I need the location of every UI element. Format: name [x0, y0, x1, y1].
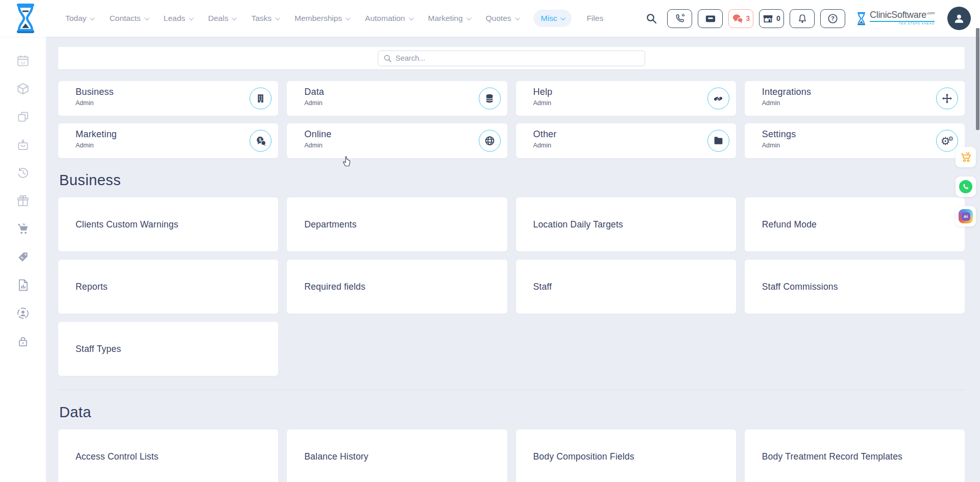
item-label: Required fields: [304, 282, 365, 292]
item-label: Departments: [304, 219, 356, 230]
nav-contacts[interactable]: Contacts: [108, 10, 149, 27]
nav-marketing[interactable]: Marketing: [427, 10, 471, 27]
search-input-icon: [383, 54, 392, 63]
category-card-settings[interactable]: Settings Admin ⚙⚙: [745, 123, 965, 158]
item-reports[interactable]: Reports: [58, 260, 278, 314]
ai-assistant-button[interactable]: AI: [955, 206, 976, 226]
account-icon[interactable]: [16, 307, 30, 320]
search-input[interactable]: [378, 50, 645, 66]
nav-quotes[interactable]: Quotes: [485, 10, 520, 27]
item-access-control-lists[interactable]: Access Control Lists: [58, 429, 278, 482]
nav-deals[interactable]: Deals: [207, 10, 237, 27]
phone-icon: [675, 13, 685, 23]
category-card-online[interactable]: Online Admin: [287, 123, 507, 158]
store-badge: 0: [776, 14, 780, 22]
nav-label: Tasks: [251, 14, 272, 23]
whatsapp-button[interactable]: [955, 176, 976, 197]
building-icon: [250, 88, 272, 110]
category-subtitle: Admin: [533, 142, 700, 149]
search-icon[interactable]: [646, 13, 657, 24]
clinicsoftware-brand[interactable]: ClinicSoftware.com TEN STEPS AHEAD: [856, 10, 935, 27]
gears-icon: ⚙⚙: [936, 130, 958, 152]
category-title: Integrations: [762, 87, 929, 97]
chat-button[interactable]: 3: [728, 9, 753, 28]
scrollbar-thumb[interactable]: [976, 28, 979, 130]
store-button[interactable]: 0: [759, 9, 784, 28]
item-staff-commissions[interactable]: Staff Commissions: [745, 260, 965, 314]
item-staff[interactable]: Staff: [516, 260, 736, 314]
nav-label: Files: [586, 14, 603, 23]
category-card-other[interactable]: Other Admin: [516, 123, 736, 158]
cart-icon[interactable]: [16, 222, 30, 236]
inbox-button[interactable]: [698, 9, 723, 28]
chevron-down-icon: [90, 15, 95, 20]
item-balance-history[interactable]: Balance History: [287, 429, 507, 482]
item-location-daily-targets[interactable]: Location Daily Targets: [516, 197, 736, 251]
brand-hourglass-icon: [856, 12, 867, 26]
category-title: Online: [304, 129, 471, 140]
item-staff-types[interactable]: Staff Types: [58, 322, 278, 376]
report-icon[interactable]: [16, 278, 30, 292]
brand-name: ClinicSoftware.com: [870, 10, 935, 20]
svg-text:$: $: [259, 137, 261, 142]
item-label: Access Control Lists: [76, 451, 159, 462]
chat-bubbles-icon: [732, 13, 743, 23]
user-avatar[interactable]: [947, 7, 971, 30]
item-label: Body Treatment Record Templates: [762, 451, 902, 462]
nav-automation[interactable]: Automation: [364, 10, 413, 27]
history-icon[interactable]: [16, 166, 30, 180]
money-chat-icon: $: [250, 130, 272, 152]
gift-icon[interactable]: [16, 194, 30, 208]
nav-tasks[interactable]: Tasks: [250, 10, 280, 27]
svg-text:?: ?: [831, 15, 835, 21]
navbar-actions: 3 0 ?: [646, 7, 971, 30]
category-card-business[interactable]: Business Admin: [58, 81, 278, 116]
item-label: Reports: [76, 282, 108, 292]
item-body-composition-fields[interactable]: Body Composition Fields: [516, 429, 736, 482]
item-label: Staff: [533, 282, 552, 292]
clinicsoftware-hourglass-logo[interactable]: [13, 3, 38, 34]
phone-button[interactable]: [667, 9, 692, 28]
person-icon: [952, 12, 966, 25]
main-content: Business Admin Data Admin Help Admin Int…: [46, 37, 980, 482]
bag-icon[interactable]: [16, 138, 30, 151]
nav-today[interactable]: Today: [64, 10, 94, 27]
ai-label: AI: [962, 212, 970, 221]
inbox-icon: [705, 13, 716, 23]
item-departments[interactable]: Departments: [287, 197, 507, 251]
cube-icon[interactable]: [16, 82, 30, 95]
notifications-button[interactable]: [790, 9, 815, 28]
category-grid: Business Admin Data Admin Help Admin Int…: [58, 81, 965, 158]
globe-icon: [479, 130, 501, 152]
store-icon: [763, 13, 773, 23]
scrollbar-track[interactable]: [975, 0, 980, 482]
help-button[interactable]: ?: [820, 9, 845, 28]
nav-memberships[interactable]: Memberships: [293, 10, 350, 27]
nav-label: Quotes: [486, 14, 511, 23]
category-card-help[interactable]: Help Admin: [516, 81, 736, 116]
category-card-integrations[interactable]: Integrations Admin: [745, 81, 965, 116]
item-required-fields[interactable]: Required fields: [287, 260, 507, 314]
item-refund-mode[interactable]: Refund Mode: [745, 197, 965, 251]
handshake-icon: [707, 88, 729, 110]
category-subtitle: Admin: [762, 142, 929, 149]
category-card-data[interactable]: Data Admin: [287, 81, 507, 116]
copy-icon[interactable]: [16, 110, 30, 123]
chevron-down-icon: [346, 15, 351, 20]
nav-files[interactable]: Files: [585, 10, 604, 27]
nav-label: Today: [65, 14, 86, 23]
chevron-down-icon: [408, 15, 413, 20]
lock-icon[interactable]: [16, 335, 30, 348]
cart-quick-button[interactable]: [955, 147, 976, 167]
item-body-treatment-record-templates[interactable]: Body Treatment Record Templates: [745, 429, 965, 482]
chevron-down-icon: [232, 15, 237, 20]
nav-misc[interactable]: Misc: [533, 10, 572, 27]
nav-leads[interactable]: Leads: [163, 10, 193, 27]
category-subtitle: Admin: [762, 99, 929, 107]
item-label: Staff Types: [76, 344, 121, 354]
section-title-data: Data: [59, 404, 965, 421]
item-clients-custom-warnings[interactable]: Clients Custom Warnings: [58, 197, 278, 251]
calendar-icon[interactable]: 12: [16, 54, 30, 67]
price-tag-icon[interactable]: $: [16, 250, 30, 264]
category-card-marketing[interactable]: Marketing Admin $: [58, 123, 278, 158]
